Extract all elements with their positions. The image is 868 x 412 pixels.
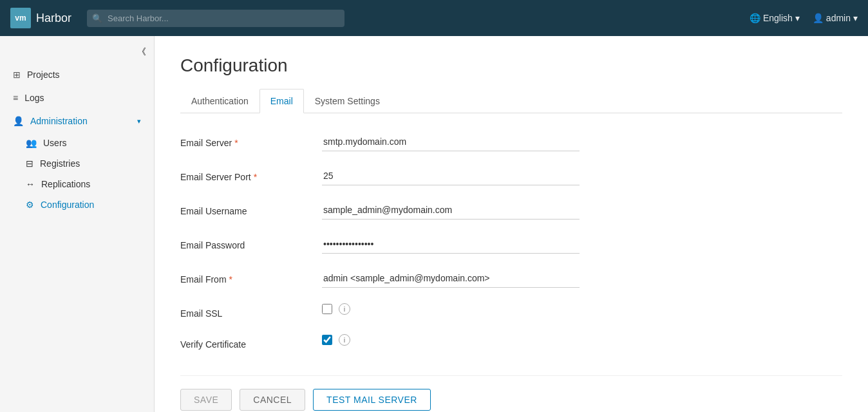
search-icon: 🔍 bbox=[92, 14, 102, 23]
email-ssl-checkbox[interactable] bbox=[322, 304, 332, 314]
sidebar-item-projects[interactable]: ⊞ Projects bbox=[0, 63, 154, 86]
logo-box: vm bbox=[10, 8, 31, 28]
users-icon: 👥 bbox=[26, 138, 37, 148]
main-content: Configuration Authentication Email Syste… bbox=[155, 36, 868, 412]
chevron-down-icon: ▾ bbox=[795, 13, 800, 23]
user-chevron-icon: ▾ bbox=[853, 13, 858, 23]
email-server-label: Email Server* bbox=[180, 133, 322, 148]
email-configuration-form: Email Server* Email Server Port* Email U… bbox=[180, 133, 842, 411]
verify-certificate-field: i bbox=[322, 334, 580, 346]
globe-icon: 🌐 bbox=[750, 13, 760, 23]
chevron-down-icon: ▾ bbox=[137, 117, 141, 126]
administration-icon: 👤 bbox=[13, 116, 24, 126]
sidebar-subitem-label: Configuration bbox=[41, 200, 94, 210]
tab-email[interactable]: Email bbox=[259, 89, 304, 113]
sidebar-item-label: Logs bbox=[24, 93, 44, 103]
tab-authentication[interactable]: Authentication bbox=[180, 89, 259, 113]
sidebar: 《 ⊞ Projects ≡ Logs 👤 Administration ▾ 👥… bbox=[0, 36, 155, 412]
topnav-right: 🌐 English ▾ 👤 admin ▾ bbox=[750, 13, 858, 23]
verify-certificate-info-icon[interactable]: i bbox=[339, 334, 350, 346]
sidebar-item-replications[interactable]: ↔ Replications bbox=[6, 174, 154, 194]
sidebar-subitem-label: Users bbox=[43, 138, 67, 148]
email-server-input[interactable] bbox=[322, 133, 580, 151]
replications-icon: ↔ bbox=[26, 179, 35, 189]
projects-icon: ⊞ bbox=[13, 70, 21, 80]
tabs: Authentication Email System Settings bbox=[180, 89, 842, 113]
tab-system-settings[interactable]: System Settings bbox=[304, 89, 391, 113]
email-from-field bbox=[322, 269, 580, 288]
email-from-row: Email From* bbox=[180, 269, 842, 288]
email-ssl-info-icon[interactable]: i bbox=[339, 303, 350, 315]
search-input[interactable] bbox=[87, 10, 344, 27]
verify-certificate-label: Verify Certificate bbox=[180, 334, 322, 350]
required-marker: * bbox=[229, 274, 232, 285]
email-server-port-label: Email Server Port* bbox=[180, 167, 322, 182]
search-container: 🔍 bbox=[87, 10, 344, 27]
sidebar-item-configuration[interactable]: ⚙ Configuration bbox=[6, 194, 154, 215]
verify-certificate-checkbox[interactable] bbox=[322, 335, 332, 345]
email-from-input[interactable] bbox=[322, 269, 580, 288]
app-title: Harbor bbox=[36, 12, 71, 25]
sidebar-subitem-label: Replications bbox=[41, 179, 90, 189]
cancel-button[interactable]: CANCEL bbox=[240, 389, 305, 411]
email-ssl-row: Email SSL i bbox=[180, 303, 842, 319]
sidebar-subitem-label: Registries bbox=[40, 158, 80, 169]
app-logo[interactable]: vm Harbor bbox=[10, 8, 71, 28]
email-server-port-row: Email Server Port* bbox=[180, 167, 842, 185]
verify-certificate-row: Verify Certificate i bbox=[180, 334, 842, 350]
email-password-row: Email Password bbox=[180, 235, 842, 254]
sidebar-item-users[interactable]: 👥 Users bbox=[6, 133, 154, 153]
user-icon: 👤 bbox=[813, 13, 824, 23]
sidebar-collapse-button[interactable]: 《 bbox=[0, 41, 154, 63]
email-username-field bbox=[322, 201, 580, 220]
save-button[interactable]: SAVE bbox=[180, 389, 232, 411]
email-server-port-field bbox=[322, 167, 580, 185]
sidebar-item-logs[interactable]: ≡ Logs bbox=[0, 86, 154, 109]
configuration-icon: ⚙ bbox=[26, 200, 34, 210]
email-password-label: Email Password bbox=[180, 235, 322, 250]
required-marker: * bbox=[234, 138, 238, 148]
page-title: Configuration bbox=[180, 55, 842, 76]
top-navigation: vm Harbor 🔍 🌐 English ▾ 👤 admin ▾ bbox=[0, 0, 868, 36]
email-username-label: Email Username bbox=[180, 201, 322, 216]
administration-label: Administration bbox=[30, 116, 88, 126]
test-mail-server-button[interactable]: TEST MAIL SERVER bbox=[313, 389, 431, 411]
language-selector[interactable]: 🌐 English ▾ bbox=[750, 13, 800, 23]
registries-icon: ⊟ bbox=[26, 158, 33, 169]
email-password-input[interactable] bbox=[322, 235, 580, 254]
user-menu[interactable]: 👤 admin ▾ bbox=[813, 13, 858, 23]
email-password-field bbox=[322, 235, 580, 254]
language-label: English bbox=[763, 13, 793, 23]
sidebar-item-label: Projects bbox=[27, 70, 60, 80]
sidebar-item-registries[interactable]: ⊟ Registries bbox=[6, 153, 154, 174]
administration-subitems: 👥 Users ⊟ Registries ↔ Replications ⚙ Co… bbox=[0, 133, 154, 215]
collapse-icon: 《 bbox=[137, 46, 146, 58]
logs-icon: ≡ bbox=[13, 93, 18, 103]
email-server-field bbox=[322, 133, 580, 151]
email-username-input[interactable] bbox=[322, 201, 580, 220]
required-marker: * bbox=[254, 172, 257, 182]
email-server-row: Email Server* bbox=[180, 133, 842, 151]
user-label: admin bbox=[826, 13, 851, 23]
app-layout: 《 ⊞ Projects ≡ Logs 👤 Administration ▾ 👥… bbox=[0, 36, 868, 412]
email-from-label: Email From* bbox=[180, 269, 322, 285]
email-ssl-label: Email SSL bbox=[180, 303, 322, 319]
email-ssl-field: i bbox=[322, 303, 580, 315]
button-row: SAVE CANCEL TEST MAIL SERVER bbox=[180, 375, 842, 411]
sidebar-group-administration[interactable]: 👤 Administration ▾ bbox=[0, 109, 154, 133]
email-server-port-input[interactable] bbox=[322, 167, 580, 185]
email-username-row: Email Username bbox=[180, 201, 842, 220]
